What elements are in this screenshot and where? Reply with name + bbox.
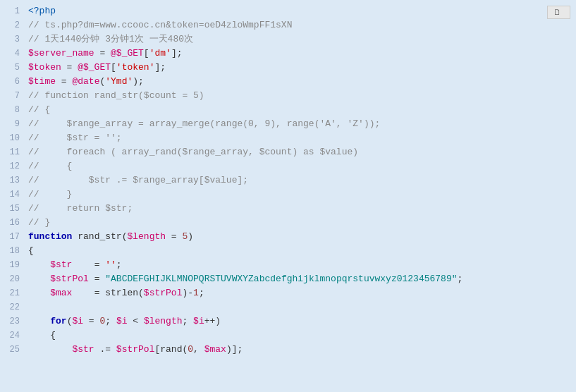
token: [ (111, 62, 116, 73)
token: // { (28, 104, 50, 115)
token: $length (144, 316, 183, 326)
code-line: $str = ''; (25, 258, 576, 272)
token: ; (458, 274, 463, 284)
token: 'dm' (149, 48, 171, 59)
token: )]; (226, 344, 243, 355)
code-area: 1234567891011121314151617181920212223242… (0, 0, 576, 392)
token: = strlen( (72, 288, 143, 298)
line-number: 13 (0, 173, 20, 188)
token: [rand( (154, 344, 188, 355)
code-line: $str .= $strPol[rand(0, $max)]; (25, 343, 576, 357)
code-line: <?php (25, 4, 576, 18)
line-number: 11 (0, 145, 20, 159)
token: { (28, 245, 34, 256)
code-line: $token = @$_GET['token']; (25, 61, 576, 75)
line-number: 9 (0, 117, 20, 131)
token: @date (72, 76, 99, 87)
token: $i (193, 316, 204, 326)
token: // ts.php?dm=www.ccooc.cn&token=oeD4zloW… (28, 20, 292, 30)
token: $strPol (144, 288, 183, 298)
line-number: 25 (0, 343, 20, 357)
code-line: // { (25, 103, 576, 117)
code-line: // function rand_str($count = 5) (25, 89, 576, 103)
token: = (83, 316, 99, 326)
php-badge: 🗋 (547, 6, 570, 19)
token: ; (116, 259, 122, 270)
token: 1 (193, 288, 199, 298)
token: < (127, 316, 143, 326)
line-number: 1 (0, 4, 20, 18)
token: // } (28, 217, 50, 228)
token: $time (28, 76, 56, 87)
code-line: for($i = 0; $i < $length; $i++) (25, 314, 576, 329)
token: "ABCDEFGHIJKLMNOPQRSTUVWXYZabcdefghijklm… (105, 274, 457, 284)
code-line: // 1天1440分钟 3分钟1次 一天480次 (25, 32, 576, 47)
code-line: $server_name = @$_GET['dm']; (25, 47, 576, 61)
token: ) (188, 231, 193, 242)
token: // $str .= $range_array[$value]; (28, 175, 248, 185)
token: // return $str; (28, 203, 133, 214)
code-line (25, 300, 576, 314)
line-number: 16 (0, 216, 20, 230)
token: 'Ymd' (105, 76, 133, 87)
token: ; (199, 288, 204, 298)
code-line: // $str .= $range_array[$value]; (25, 173, 576, 188)
token: @$_GET (111, 48, 144, 59)
token: // $str = ''; (28, 133, 122, 143)
code-line: // ts.php?dm=www.ccooc.cn&token=oeD4zloW… (25, 18, 576, 32)
token: 'token' (116, 62, 155, 73)
token: // } (28, 189, 72, 200)
token: ++) (204, 316, 221, 326)
token: // 1天1440分钟 3分钟1次 一天480次 (28, 34, 193, 44)
editor-container: 🗋 12345678910111213141516171819202122232… (0, 0, 576, 392)
line-number: 12 (0, 159, 20, 173)
line-number: 18 (0, 244, 20, 258)
token: ; (105, 316, 116, 326)
token: // foreach ( array_rand($range_array, $c… (28, 147, 358, 157)
token: ]; (171, 48, 183, 59)
line-number: 15 (0, 202, 20, 216)
code-content[interactable]: <?php// ts.php?dm=www.ccooc.cn&token=oeD… (25, 3, 576, 392)
token: $max (204, 344, 226, 355)
token: ; (183, 316, 194, 326)
line-number: 23 (0, 314, 20, 329)
token: rand_str( (72, 231, 127, 242)
line-number: 21 (0, 286, 20, 300)
token: // { (28, 161, 72, 171)
code-line: { (25, 329, 576, 343)
line-number: 4 (0, 47, 20, 61)
token: '' (105, 259, 116, 270)
line-number: 6 (0, 75, 20, 89)
code-line: $strPol = "ABCDEFGHIJKLMNOPQRSTUVWXYZabc… (25, 272, 576, 286)
line-number: 17 (0, 230, 20, 244)
code-line: // { (25, 159, 576, 173)
token: = (89, 274, 105, 284)
code-line: // } (25, 216, 576, 230)
line-numbers: 1234567891011121314151617181920212223242… (0, 3, 25, 392)
code-line: $time = @date('Ymd'); (25, 75, 576, 89)
token: $server_name (28, 48, 94, 59)
token: )- (182, 288, 193, 298)
token: = (166, 231, 182, 242)
line-number: 19 (0, 258, 20, 272)
token: 0 (188, 344, 193, 355)
file-icon: 🗋 (553, 8, 561, 17)
token: $length (127, 231, 166, 242)
line-number: 8 (0, 103, 20, 117)
code-line: // } (25, 188, 576, 202)
line-number: 5 (0, 61, 20, 75)
code-line: $max = strlen($strPol)-1; (25, 286, 576, 300)
token: { (28, 330, 56, 341)
token: ); (133, 76, 144, 87)
token: function (28, 231, 72, 242)
line-number: 3 (0, 32, 20, 47)
token: = (72, 259, 105, 270)
token: // function rand_str($count = 5) (28, 90, 204, 101)
code-line: // $str = ''; (25, 131, 576, 145)
token: $i (116, 316, 128, 326)
token: $token (28, 62, 61, 73)
token: = (94, 48, 111, 59)
token: <?php (28, 6, 56, 16)
code-line: // return $str; (25, 202, 576, 216)
token: // $range_array = array_merge(range(0, 9… (28, 118, 380, 129)
